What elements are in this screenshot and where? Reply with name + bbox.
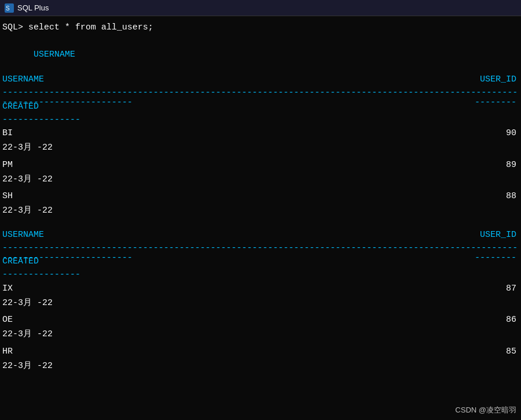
created-label-2: CREATED [2, 257, 519, 270]
header-row-1: USERNAME USER_ID [2, 75, 519, 88]
created-text-1: CREATED [2, 102, 39, 111]
sh-id: 88 [506, 191, 516, 201]
ix-id: 87 [506, 284, 516, 293]
created-div-2: --------------- [2, 270, 80, 280]
h1-userid: USER_ID [480, 75, 516, 84]
row-pm-username: PM 89 [2, 160, 519, 173]
app-icon: S [5, 3, 14, 13]
row-oe-username: OE 86 [2, 315, 519, 328]
created-divider-1: --------------- [2, 115, 519, 128]
pm-name: PM [2, 160, 13, 170]
h2-username: USERNAME [2, 230, 44, 240]
header-row-2: USERNAME USER_ID [2, 230, 519, 243]
ix-date: 22-3月 -22 [2, 298, 53, 308]
divider-row-1: ----------------------------------------… [2, 88, 519, 101]
bi-date: 22-3月 -22 [2, 143, 53, 153]
sh-name: SH [2, 191, 13, 201]
created-label-1: CREATED [2, 102, 519, 115]
created-text-2: CREATED [2, 257, 39, 266]
hr-date: 22-3月 -22 [2, 361, 53, 371]
terminal: SQL> select * from all_users; USERNAME U… [0, 16, 521, 420]
username-header-1: USERNAME [34, 50, 75, 60]
row-sh-date: 22-3月 -22 [2, 205, 519, 218]
watermark: CSDN @凌空暗羽 [455, 405, 516, 415]
divider-row-2: ----------------------------------------… [2, 243, 519, 257]
section-1: USERNAME USERNAME USER_ID --------------… [2, 34, 519, 218]
created-divider-2: --------------- [2, 270, 519, 283]
svg-text:S: S [6, 5, 10, 12]
section1-header: USERNAME [2, 34, 519, 75]
hr-id: 85 [506, 347, 516, 356]
bi-name: BI [2, 128, 13, 138]
row-hr-username: HR 85 [2, 347, 519, 360]
pm-id: 89 [506, 160, 516, 170]
row-bi-date: 22-3月 -22 [2, 142, 519, 155]
oe-date: 22-3月 -22 [2, 329, 53, 339]
sh-date: 22-3月 -22 [2, 206, 53, 215]
bi-id: 90 [506, 128, 516, 138]
row-sh-username: SH 88 [2, 191, 519, 205]
hr-name: HR [2, 347, 13, 356]
row-hr-date: 22-3月 -22 [2, 360, 519, 373]
h1-username: USERNAME [2, 75, 44, 84]
row-ix-username: IX 87 [2, 284, 519, 297]
row-ix-date: 22-3月 -22 [2, 297, 519, 310]
title-bar: S SQL Plus [0, 0, 521, 16]
h2-userid: USER_ID [480, 230, 516, 240]
sql-prompt: SQL> select * from all_users; [2, 21, 519, 34]
window-title: SQL Plus [17, 3, 49, 12]
oe-name: OE [2, 315, 13, 325]
pm-date: 22-3月 -22 [2, 174, 53, 184]
section-2: USERNAME USER_ID -----------------------… [2, 230, 519, 374]
row-bi-username: BI 90 [2, 128, 519, 142]
created-div-1: --------------- [2, 115, 80, 125]
row-pm-date: 22-3月 -22 [2, 173, 519, 187]
ix-name: IX [2, 284, 13, 293]
row-oe-date: 22-3月 -22 [2, 328, 519, 341]
oe-id: 86 [506, 315, 516, 325]
